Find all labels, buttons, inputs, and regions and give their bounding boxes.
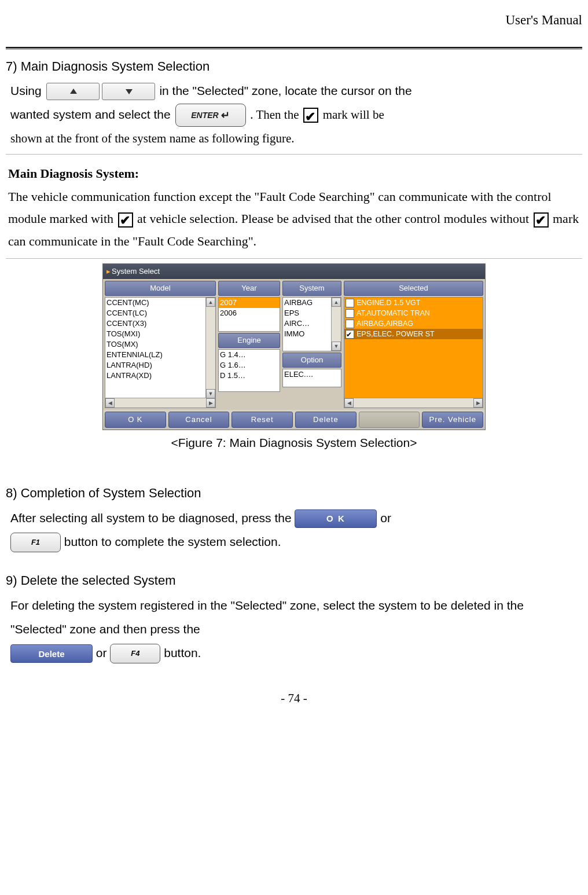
section-7-title: 7) Main Diagnosis System Selection [6, 56, 582, 77]
scroll-down-icon[interactable]: ▼ [206, 389, 215, 398]
list-item[interactable]: G 1.6… [219, 360, 280, 371]
text: at vehicle selection. Please be advised … [137, 211, 532, 226]
year-engine-column: 2007 2006 Engine G 1.4… G 1.6… D 1.5… [218, 297, 280, 392]
pre-vehicle-button[interactable]: Pre. Vehicle [422, 412, 483, 428]
checkmark-icon [303, 108, 318, 123]
column-headers: Model Year System Selected [103, 279, 485, 296]
scroll-right-icon[interactable]: ▶ [473, 398, 483, 408]
header-option: Option [282, 353, 341, 368]
scroll-up-icon[interactable]: ▲ [332, 298, 341, 307]
section-9-body: For deleting the system registered in th… [10, 594, 580, 665]
selected-row[interactable]: AT,AUTOMATIC TRAN [344, 308, 483, 318]
cancel-button[interactable]: Cancel [168, 412, 230, 428]
title-marker-icon: ▸ [106, 267, 111, 276]
enter-button[interactable]: ENTER ↵ [175, 104, 246, 127]
list-item[interactable]: D 1.5… [219, 371, 280, 381]
down-arrow-button[interactable] [102, 83, 155, 100]
header-system: System [282, 281, 341, 296]
page-header: User's Manual [6, 9, 582, 32]
option-listbox[interactable]: ELEC.… [282, 369, 341, 387]
engine-listbox[interactable]: G 1.4… G 1.6… D 1.5… [218, 349, 280, 392]
f1-button[interactable]: F1 [10, 533, 61, 552]
divider [6, 154, 582, 155]
scroll-left-icon[interactable]: ◀ [344, 398, 354, 408]
text: button. [164, 646, 201, 659]
selected-row[interactable]: AIRBAG,AIRBAG [344, 318, 483, 329]
scrollbar-horizontal[interactable]: ◀▶ [105, 398, 215, 408]
selected-listbox[interactable]: ENGINE,D 1.5 VGT AT,AUTOMATIC TRAN AIRBA… [344, 297, 483, 408]
text: shown at the front of the system name as… [10, 131, 294, 145]
text: wanted system and select the [10, 108, 174, 121]
enter-label: ENTER [191, 111, 218, 119]
selected-row[interactable]: ENGINE,D 1.5 VGT [344, 298, 483, 308]
header-model: Model [105, 281, 216, 296]
list-item[interactable]: 2007 [219, 298, 280, 308]
text: After selecting all system to be diagnos… [10, 511, 295, 524]
window-title: ▸System Select [103, 264, 485, 279]
selected-row[interactable]: EPS,ELEC. POWER ST [344, 329, 483, 339]
checkbox[interactable] [346, 330, 354, 339]
list-item[interactable]: CCENT(LC) [105, 308, 215, 318]
list-item[interactable]: LANTRA(HD) [105, 360, 215, 371]
f4-button[interactable]: F4 [110, 644, 160, 663]
text: in the "Selected" zone, locate the curso… [159, 84, 411, 97]
ok-button[interactable]: O K [105, 412, 166, 428]
list-item[interactable]: ELEC.… [283, 369, 341, 380]
model-listbox[interactable]: CCENT(MC) CCENT(LC) CCENT(X3) TOS(MXI) T… [105, 297, 216, 408]
lists-body: CCENT(MC) CCENT(LC) CCENT(X3) TOS(MXI) T… [103, 296, 485, 410]
checkmark-icon [118, 212, 133, 228]
header-selected: Selected [344, 281, 483, 296]
header-rule-top [6, 47, 582, 48]
list-item[interactable]: TOS(MXI) [105, 329, 215, 339]
scrollbar-horizontal[interactable]: ◀▶ [344, 398, 483, 408]
up-arrow-button[interactable] [46, 83, 100, 100]
selected-label: EPS,ELEC. POWER ST [357, 329, 435, 339]
selected-label: AT,AUTOMATIC TRAN [357, 308, 430, 318]
text: or [380, 511, 391, 524]
section-8-title: 8) Completion of System Selection [6, 482, 582, 504]
main-diagnosis-title: Main Diagnosis System: [8, 163, 582, 184]
checkmark-icon [534, 212, 549, 228]
list-item[interactable]: ENTENNIAL(LZ) [105, 350, 215, 360]
ok-button[interactable]: O K [295, 509, 377, 528]
figure-caption: <Figure 7: Main Diagnosis System Selecti… [6, 432, 582, 453]
list-item[interactable]: CCENT(X3) [105, 318, 215, 329]
list-item[interactable]: TOS(MX) [105, 339, 215, 350]
checkbox[interactable] [346, 299, 354, 307]
blank-button [359, 412, 420, 428]
text: For deleting the system registered in th… [10, 599, 524, 636]
checkbox[interactable] [346, 309, 354, 318]
scroll-right-icon[interactable]: ▶ [206, 398, 215, 408]
selected-label: ENGINE,D 1.5 VGT [357, 298, 420, 308]
header-year: Year [218, 281, 280, 296]
text: Using [10, 84, 45, 97]
system-option-column: AIRBAG EPS AIRC… IMMO ▲▼ Option ELEC.… [282, 297, 341, 387]
header-rule-sub [6, 49, 582, 49]
section-7-body: Using in the "Selected" zone, locate the… [10, 79, 580, 151]
scrollbar-vertical[interactable]: ▲▼ [205, 298, 215, 398]
checkbox[interactable] [346, 320, 354, 328]
title-text: System Select [112, 267, 160, 276]
enter-arrow-icon: ↵ [221, 110, 230, 120]
year-listbox[interactable]: 2007 2006 [218, 297, 280, 332]
page-number: - 74 - [6, 688, 582, 709]
delete-button[interactable]: Delete [295, 412, 357, 428]
scroll-down-icon[interactable]: ▼ [332, 342, 341, 351]
scroll-left-icon[interactable]: ◀ [105, 398, 115, 408]
header-engine: Engine [218, 333, 280, 348]
list-item[interactable]: LANTRA(XD) [105, 371, 215, 381]
system-listbox[interactable]: AIRBAG EPS AIRC… IMMO ▲▼ [282, 297, 341, 351]
main-diagnosis-body: The vehicle communication function excep… [8, 186, 580, 253]
list-item[interactable]: 2006 [219, 308, 280, 318]
section-8-body: After selecting all system to be diagnos… [10, 507, 580, 554]
scroll-up-icon[interactable]: ▲ [206, 298, 215, 307]
list-item[interactable]: G 1.4… [219, 350, 280, 360]
delete-button[interactable]: Delete [10, 644, 93, 663]
reset-button[interactable]: Reset [231, 412, 293, 428]
updown-buttons [45, 83, 156, 100]
selected-label: AIRBAG,AIRBAG [357, 318, 413, 329]
system-select-screenshot: ▸System Select Model Year System Selecte… [102, 263, 486, 430]
text: mark will be [323, 108, 384, 122]
scrollbar-vertical[interactable]: ▲▼ [331, 298, 341, 351]
list-item[interactable]: CCENT(MC) [105, 298, 215, 308]
